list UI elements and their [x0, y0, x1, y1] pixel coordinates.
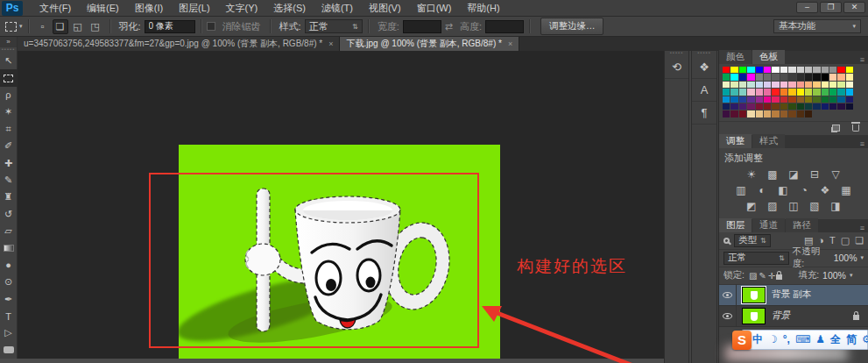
- layer-thumbnail[interactable]: [742, 308, 766, 324]
- layers-tab-图层[interactable]: 图层: [719, 218, 752, 232]
- color-swatch[interactable]: [772, 103, 779, 110]
- curves-icon[interactable]: ◪: [787, 168, 801, 181]
- type-tool[interactable]: T: [0, 308, 18, 324]
- feather-input[interactable]: [145, 20, 195, 33]
- color-swatch[interactable]: [780, 96, 787, 103]
- color-swatch[interactable]: [846, 67, 853, 73]
- lock-move-icon[interactable]: ✛: [768, 271, 775, 281]
- pen-tool[interactable]: ✒: [0, 290, 18, 307]
- menu-item-8[interactable]: 窗口(W): [409, 0, 460, 17]
- color-swatch[interactable]: [846, 74, 853, 80]
- menu-item-0[interactable]: 文件(F): [32, 0, 79, 17]
- color-swatch[interactable]: [805, 74, 812, 80]
- color-swatch[interactable]: [837, 103, 844, 110]
- posterize-icon[interactable]: ▨: [766, 200, 780, 212]
- close-tab-icon[interactable]: ×: [508, 39, 512, 48]
- eyedropper-tool[interactable]: ✐: [0, 138, 18, 154]
- color-swatch[interactable]: [822, 89, 829, 95]
- color-swatch[interactable]: [764, 67, 771, 73]
- dodge-tool[interactable]: ⊙: [0, 274, 18, 290]
- color-swatch[interactable]: [739, 103, 746, 110]
- color-swatch[interactable]: [730, 74, 737, 80]
- color-swatch[interactable]: [756, 110, 763, 117]
- invert-icon[interactable]: ◩: [745, 200, 759, 212]
- visibility-cell[interactable]: [719, 305, 737, 326]
- color-swatch[interactable]: [730, 110, 737, 117]
- color-swatch[interactable]: [780, 103, 787, 110]
- color-swatch[interactable]: [772, 67, 779, 73]
- canvas-area[interactable]: 构建好的选区: [18, 51, 664, 363]
- color-swatch[interactable]: [788, 67, 795, 73]
- color-swatch[interactable]: [846, 96, 853, 103]
- adjustments-tab-样式[interactable]: 样式: [752, 134, 785, 148]
- color-swatch[interactable]: [788, 103, 795, 110]
- character-panel-icon[interactable]: A: [692, 79, 716, 102]
- restore-button[interactable]: ❐: [820, 2, 842, 13]
- ime-moon-icon[interactable]: ☽: [768, 331, 778, 349]
- color-swatch[interactable]: [756, 74, 763, 80]
- clone-stamp-tool[interactable]: ♜: [0, 189, 18, 205]
- color-swatch[interactable]: [797, 110, 804, 117]
- color-swatch[interactable]: [756, 82, 763, 88]
- color-swatch[interactable]: [822, 103, 829, 110]
- black-white-icon[interactable]: ◧: [776, 184, 791, 196]
- intersect-selection-icon[interactable]: ◳: [88, 19, 103, 34]
- layer-row[interactable]: 背景 副本: [719, 285, 868, 306]
- move-tool[interactable]: ↖: [0, 53, 18, 69]
- color-swatch[interactable]: [780, 74, 787, 80]
- healing-brush-tool[interactable]: ✚: [0, 154, 18, 171]
- menu-item-1[interactable]: 编辑(E): [79, 0, 127, 17]
- color-swatch[interactable]: [723, 67, 730, 73]
- ime-chinese-mode[interactable]: 中: [752, 331, 763, 349]
- ime-simplified-toggle[interactable]: 简: [846, 331, 857, 349]
- refine-edge-button[interactable]: 调整边缘…: [540, 18, 604, 35]
- color-swatch[interactable]: [788, 82, 795, 88]
- color-swatch[interactable]: [723, 74, 730, 80]
- color-swatch[interactable]: [730, 67, 737, 73]
- layers-tab-路径[interactable]: 路径: [786, 218, 818, 232]
- brush-tool[interactable]: ✎: [0, 172, 18, 189]
- ime-fullwidth-toggle[interactable]: 全: [830, 331, 841, 349]
- history-brush-tool[interactable]: ↺: [0, 206, 18, 223]
- color-swatch[interactable]: [739, 74, 746, 80]
- color-swatch[interactable]: [730, 96, 737, 103]
- swatches-tab-颜色[interactable]: 颜色: [719, 50, 752, 64]
- color-swatch[interactable]: [747, 110, 754, 117]
- document-tab-0[interactable]: u=3457063756,249583377&fm=27&gp=0.jpg @ …: [18, 37, 340, 51]
- color-swatch[interactable]: [846, 89, 853, 95]
- color-swatch[interactable]: [780, 89, 787, 95]
- color-swatch[interactable]: [805, 96, 812, 103]
- blend-mode-dropdown[interactable]: 正常 ⇅: [723, 252, 789, 265]
- color-swatch[interactable]: [829, 96, 836, 103]
- color-swatch[interactable]: [813, 96, 820, 103]
- lock-paint-icon[interactable]: ✎: [759, 271, 766, 281]
- workspace-switcher[interactable]: 基本功能 ▾: [773, 19, 861, 33]
- filter-type-dropdown[interactable]: 类型 ⇅: [734, 234, 771, 247]
- hue-saturation-icon[interactable]: ▥: [734, 184, 749, 196]
- add-to-selection-icon[interactable]: ❏: [53, 19, 68, 34]
- ime-keyboard-icon[interactable]: ⌨: [795, 331, 810, 349]
- menu-item-4[interactable]: 文字(Y): [218, 0, 266, 17]
- color-swatch[interactable]: [747, 96, 754, 103]
- magic-wand-tool[interactable]: ✶: [0, 103, 18, 120]
- color-swatch[interactable]: [805, 110, 812, 117]
- color-swatch[interactable]: [730, 89, 737, 95]
- color-swatch[interactable]: [756, 103, 763, 110]
- color-swatch[interactable]: [764, 89, 771, 95]
- close-button[interactable]: ✕: [843, 2, 865, 13]
- shape-tool[interactable]: [0, 342, 18, 359]
- color-swatch[interactable]: [805, 89, 812, 95]
- brightness-contrast-icon[interactable]: ☀: [745, 168, 759, 181]
- color-swatch[interactable]: [739, 67, 746, 73]
- color-swatch[interactable]: [788, 74, 795, 80]
- color-swatch[interactable]: [730, 103, 737, 110]
- paragraph-panel-icon[interactable]: ¶: [692, 102, 716, 125]
- color-swatch[interactable]: [747, 103, 754, 110]
- color-swatch[interactable]: [772, 96, 779, 103]
- color-swatch[interactable]: [822, 96, 829, 103]
- color-swatch[interactable]: [723, 89, 730, 95]
- filter-smart-object-icon[interactable]: ❏: [855, 235, 864, 246]
- color-swatch[interactable]: [805, 82, 812, 88]
- color-swatch[interactable]: [723, 82, 730, 88]
- color-swatch[interactable]: [739, 82, 746, 88]
